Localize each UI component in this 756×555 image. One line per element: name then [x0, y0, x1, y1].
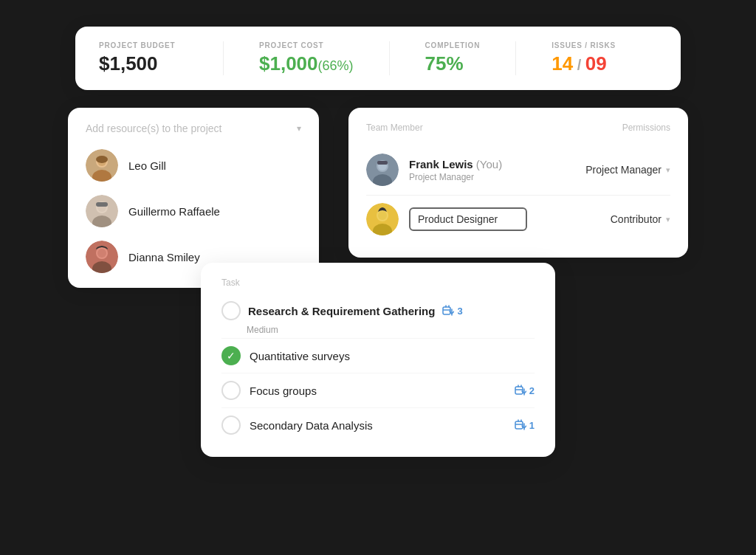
- svg-rect-24: [515, 387, 523, 394]
- chevron-down-icon: ▾: [666, 165, 670, 175]
- task-name-quantitative: Quantitative surveys: [250, 350, 535, 362]
- add-resource-placeholder: Add resource(s) to the project: [86, 123, 221, 134]
- chevron-down-icon: ▾: [666, 215, 670, 224]
- task-group-check[interactable]: [221, 301, 241, 320]
- add-resource-dropdown[interactable]: Add resource(s) to the project ▾: [86, 123, 301, 134]
- stats-card: PROJECT BUDGET $1,500 PROJECT COST $1,00…: [75, 27, 681, 90]
- frank-permission-dropdown[interactable]: Project Manager ▾: [585, 164, 670, 176]
- team-member-frank-name: Frank Lewis (You): [409, 158, 575, 170]
- task-group-badge: 3: [442, 305, 462, 317]
- stat-completion-label: COMPLETION: [425, 41, 481, 49]
- svg-rect-23: [443, 307, 450, 314]
- task-row-focus: Focus groups 2: [221, 373, 535, 407]
- task-card: Task Research & Requirement Gathering 3: [201, 263, 555, 457]
- resource-name-guillermo: Guillermo Raffaele: [128, 205, 220, 218]
- task-name-secondary: Secondary Data Analysis: [250, 419, 506, 432]
- stat-issues-value: 14 / 09: [551, 52, 607, 75]
- svg-rect-18: [377, 161, 388, 165]
- avatar-frank: [366, 154, 399, 186]
- svg-rect-9: [96, 202, 108, 207]
- stat-completion: COMPLETION 75%: [389, 41, 481, 75]
- task-group-title: Research & Requirement Gathering 3: [221, 297, 535, 325]
- svg-rect-25: [515, 421, 523, 429]
- task-name-focus: Focus groups: [250, 385, 506, 397]
- team-member-frank-info: Frank Lewis (You) Project Manager: [409, 158, 575, 182]
- team-col-permissions-label: Permissions: [622, 123, 670, 133]
- avatar-second: [366, 203, 399, 235]
- task-badge-secondary: 1: [515, 419, 535, 431]
- resource-card: Add resource(s) to the project ▾ Leo Gil…: [68, 108, 319, 288]
- second-permission-dropdown[interactable]: Contributor ▾: [611, 213, 670, 225]
- stat-cost-label: PROJECT COST: [259, 41, 323, 49]
- second-permission-value: Contributor: [611, 213, 662, 225]
- task-check-done[interactable]: ✓: [221, 346, 241, 365]
- resource-item-guillermo[interactable]: Guillermo Raffaele: [86, 195, 301, 227]
- stat-budget: PROJECT BUDGET $1,500: [99, 41, 188, 75]
- svg-point-4: [96, 156, 108, 163]
- stat-completion-value: 75%: [425, 52, 464, 75]
- chevron-down-icon: ▾: [297, 123, 301, 134]
- team-card: Team Member Permissions Frank Lewis (You…: [348, 108, 688, 258]
- avatar-leo: [86, 149, 118, 182]
- resource-item-leo[interactable]: Leo Gill: [86, 149, 301, 182]
- resource-name-dianna: Dianna Smiley: [128, 251, 200, 263]
- task-col-label: Task: [221, 278, 535, 288]
- svg-point-13: [97, 249, 106, 258]
- task-group-research: Research & Requirement Gathering 3 Mediu…: [221, 297, 535, 335]
- svg-point-22: [378, 211, 387, 220]
- task-check-focus[interactable]: [221, 381, 241, 400]
- role-input-field[interactable]: [409, 207, 527, 231]
- avatar-guillermo: [86, 195, 118, 227]
- stat-cost: PROJECT COST $1,000(66%): [223, 41, 354, 75]
- frank-permission-value: Project Manager: [585, 164, 662, 176]
- task-row-quantitative: ✓ Quantitative surveys: [221, 338, 535, 373]
- avatar-dianna: [86, 241, 118, 273]
- team-member-row-second: Contributor ▾: [366, 196, 670, 243]
- resource-name-leo: Leo Gill: [128, 159, 166, 172]
- stat-budget-label: PROJECT BUDGET: [99, 41, 175, 49]
- team-col-member-label: Team Member: [366, 123, 423, 133]
- task-check-secondary[interactable]: [221, 416, 241, 435]
- task-group-subtitle: Medium: [247, 325, 535, 335]
- resource-list: Leo Gill Guillermo Raffaele: [86, 149, 301, 273]
- team-card-header: Team Member Permissions: [366, 123, 670, 133]
- team-member-frank-role: Project Manager: [409, 172, 575, 182]
- task-row-secondary: Secondary Data Analysis 1: [221, 407, 535, 442]
- stat-issues: ISSUES / RISKS 14 / 09: [515, 41, 616, 75]
- team-member-row-frank: Frank Lewis (You) Project Manager Projec…: [366, 145, 670, 196]
- stat-issues-label: ISSUES / RISKS: [551, 41, 616, 49]
- stat-cost-value: $1,000(66%): [259, 52, 354, 75]
- task-badge-focus: 2: [515, 385, 535, 396]
- stat-budget-value: $1,500: [99, 52, 158, 75]
